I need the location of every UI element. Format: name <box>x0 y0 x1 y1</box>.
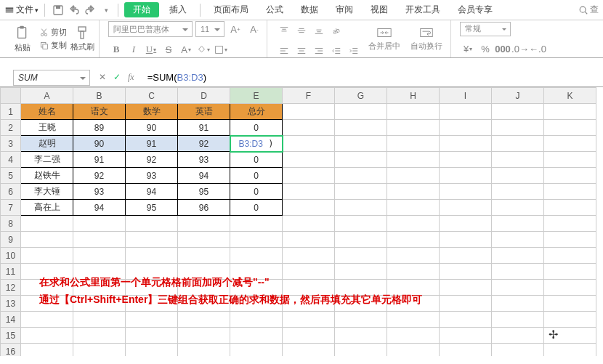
fx-icon[interactable]: fx <box>128 72 134 83</box>
cell[interactable] <box>178 216 230 232</box>
col-header[interactable]: H <box>387 88 440 104</box>
cell[interactable] <box>73 312 126 328</box>
cut-button[interactable]: 剪切 <box>39 27 67 38</box>
cell[interactable]: 0 <box>230 200 283 216</box>
col-header[interactable]: C <box>126 88 178 104</box>
number-format-select[interactable]: 常规 <box>460 22 511 36</box>
table-header-cell[interactable]: 数学 <box>126 104 178 120</box>
cell[interactable] <box>440 248 492 264</box>
cell[interactable] <box>544 168 596 184</box>
cell[interactable] <box>492 216 544 232</box>
cell[interactable] <box>544 296 596 312</box>
strike-button[interactable]: S <box>161 42 177 57</box>
cell[interactable]: 96 <box>178 200 230 216</box>
paste-button[interactable]: 粘贴 <box>9 25 36 53</box>
col-header[interactable]: D <box>178 88 230 104</box>
redo-icon[interactable] <box>84 4 96 16</box>
cell[interactable] <box>21 328 73 344</box>
name-box[interactable]: SUM <box>13 70 90 86</box>
cell[interactable] <box>126 232 178 248</box>
cell[interactable]: 94 <box>126 184 178 200</box>
cell[interactable] <box>440 312 492 328</box>
cell[interactable] <box>178 328 230 344</box>
cell[interactable] <box>335 152 387 168</box>
font-name-select[interactable]: 阿里巴巴普惠体 <box>108 21 193 37</box>
row-header[interactable]: 7 <box>1 200 21 216</box>
orientation-icon[interactable]: ab <box>328 23 344 38</box>
cell[interactable] <box>283 184 335 200</box>
cell[interactable] <box>230 216 283 232</box>
cell[interactable]: 赵明 <box>21 136 73 152</box>
bold-button[interactable]: B <box>108 42 124 57</box>
cell[interactable] <box>544 104 596 120</box>
cell[interactable] <box>230 312 283 328</box>
cell[interactable] <box>492 264 544 280</box>
cell[interactable] <box>440 168 492 184</box>
align-left-icon[interactable] <box>276 44 292 58</box>
cell[interactable] <box>492 184 544 200</box>
row-header[interactable]: 16 <box>1 344 21 357</box>
cell[interactable] <box>126 312 178 328</box>
cell[interactable] <box>440 328 492 344</box>
active-cell[interactable]: B3:D3 ) <box>230 136 283 152</box>
cell[interactable] <box>335 312 387 328</box>
row-header[interactable]: 12 <box>1 280 21 296</box>
cell[interactable] <box>440 344 492 357</box>
cell[interactable] <box>544 152 596 168</box>
cell[interactable] <box>387 344 440 357</box>
cell[interactable] <box>387 264 440 280</box>
font-color-button[interactable]: A▾ <box>178 42 194 57</box>
cell[interactable] <box>283 200 335 216</box>
indent-dec-icon[interactable] <box>328 44 344 58</box>
cell[interactable] <box>283 248 335 264</box>
cell[interactable] <box>73 216 126 232</box>
cell[interactable] <box>335 136 387 152</box>
cell[interactable] <box>335 328 387 344</box>
row-header[interactable]: 14 <box>1 312 21 328</box>
table-header-cell[interactable]: 英语 <box>178 104 230 120</box>
tab-view[interactable]: 视图 <box>363 4 395 16</box>
row-header[interactable]: 1 <box>1 104 21 120</box>
cell[interactable] <box>387 120 440 136</box>
cell[interactable] <box>387 232 440 248</box>
search-icon[interactable]: 查 <box>578 4 599 16</box>
cell[interactable]: 93 <box>126 168 178 184</box>
cell[interactable] <box>387 248 440 264</box>
cell[interactable] <box>492 232 544 248</box>
cell[interactable] <box>492 248 544 264</box>
col-header[interactable]: G <box>335 88 387 104</box>
cell[interactable] <box>283 120 335 136</box>
align-right-icon[interactable] <box>311 44 327 58</box>
cell[interactable] <box>126 248 178 264</box>
tab-review[interactable]: 审阅 <box>328 4 360 16</box>
cell[interactable] <box>387 184 440 200</box>
cell[interactable] <box>544 232 596 248</box>
cell[interactable] <box>335 200 387 216</box>
cell[interactable] <box>387 168 440 184</box>
cell[interactable] <box>21 216 73 232</box>
cell[interactable] <box>21 248 73 264</box>
cell[interactable] <box>544 264 596 280</box>
tab-start[interactable]: 开始 <box>124 2 159 17</box>
cell[interactable] <box>126 344 178 357</box>
cell[interactable] <box>283 344 335 357</box>
tab-vip[interactable]: 会员专享 <box>450 4 500 16</box>
row-header[interactable]: 9 <box>1 232 21 248</box>
col-header[interactable]: B <box>73 88 126 104</box>
cell[interactable]: 89 <box>73 120 126 136</box>
col-header[interactable]: I <box>440 88 492 104</box>
cell[interactable] <box>544 344 596 357</box>
cell[interactable]: 95 <box>178 184 230 200</box>
cell[interactable] <box>492 344 544 357</box>
cell[interactable]: 93 <box>178 152 230 168</box>
cell[interactable] <box>387 328 440 344</box>
cell[interactable] <box>440 200 492 216</box>
table-header-cell[interactable]: 语文 <box>73 104 126 120</box>
row-header[interactable]: 5 <box>1 168 21 184</box>
cell[interactable] <box>283 328 335 344</box>
percent-icon[interactable]: % <box>477 42 493 57</box>
cell[interactable] <box>21 312 73 328</box>
row-header[interactable]: 15 <box>1 328 21 344</box>
cell[interactable] <box>492 136 544 152</box>
cell[interactable] <box>283 152 335 168</box>
